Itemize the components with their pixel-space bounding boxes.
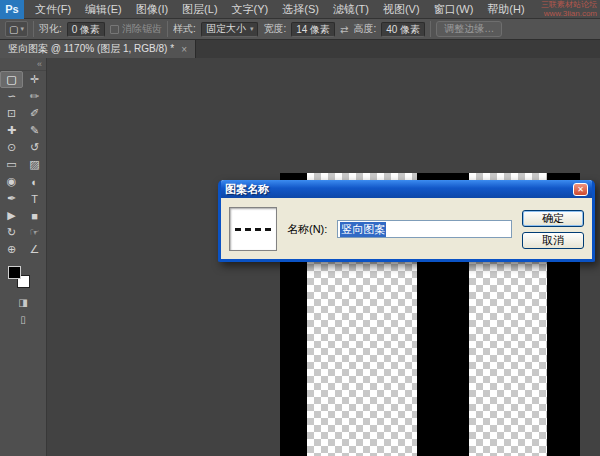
- menu-type[interactable]: 文字(Y): [225, 0, 276, 19]
- hand-tool[interactable]: ☞: [23, 224, 46, 241]
- antialias-checkbox-group[interactable]: 消除锯齿: [110, 22, 162, 36]
- dialog-buttons: 确定 取消: [522, 210, 584, 249]
- antialias-checkbox[interactable]: [110, 25, 119, 34]
- separator: [33, 21, 34, 37]
- menu-layer[interactable]: 图层(L): [175, 0, 224, 19]
- history-brush-tool[interactable]: ↺: [23, 139, 46, 156]
- ok-button[interactable]: 确定: [522, 210, 584, 227]
- watermark-line2: www.3lian.com: [541, 9, 597, 18]
- feather-label: 羽化:: [39, 22, 62, 36]
- watermark: 三联素材站论坛 www.3lian.com: [541, 0, 597, 18]
- move-tool[interactable]: ✛: [23, 71, 46, 88]
- document-tab-bar: 竖向图案 @ 1170% (图层 1, RGB/8) * ×: [0, 40, 600, 58]
- watermark-line1: 三联素材站论坛: [541, 0, 597, 9]
- chevron-down-icon: ▾: [20, 25, 24, 33]
- menu-image[interactable]: 图像(I): [129, 0, 175, 19]
- swap-dimensions-icon[interactable]: ⇄: [340, 24, 348, 35]
- marquee-icon: ▢: [9, 24, 18, 35]
- width-label: 宽度:: [263, 22, 286, 36]
- pattern-preview-dash: [235, 228, 271, 231]
- menu-filter[interactable]: 滤镜(T): [326, 0, 376, 19]
- menu-help[interactable]: 帮助(H): [480, 0, 531, 19]
- tool-preset-picker[interactable]: ▢ ▾: [5, 21, 28, 37]
- separator: [167, 21, 168, 37]
- cancel-button[interactable]: 取消: [522, 232, 584, 249]
- screen-mode-icon[interactable]: ▯: [0, 312, 46, 326]
- refine-edge-button[interactable]: 调整边缘…: [436, 21, 502, 37]
- height-input[interactable]: 40 像素: [381, 22, 425, 37]
- antialias-label: 消除锯齿: [122, 22, 162, 36]
- pattern-preview: [229, 207, 277, 251]
- quick-mask-icon[interactable]: ◨: [0, 295, 46, 309]
- menu-view[interactable]: 视图(V): [376, 0, 427, 19]
- menu-file[interactable]: 文件(F): [28, 0, 78, 19]
- rectangular-marquee-tool[interactable]: ▢: [0, 71, 23, 88]
- dialog-title: 图案名称: [225, 182, 573, 197]
- menu-window[interactable]: 窗口(W): [427, 0, 481, 19]
- tools-grid: ▢ ✛ ∽ ✏ ⊡ ✐ ✚ ✎ ⊙ ↺ ▭ ▨ ◉ ◐ ✒ T ▶ ■ ↻ ☞ …: [0, 71, 46, 258]
- tools-panel: « ▢ ✛ ∽ ✏ ⊡ ✐ ✚ ✎ ⊙ ↺ ▭ ▨ ◉ ◐ ✒ T ▶ ■ ↻ …: [0, 58, 47, 456]
- dodge-tool[interactable]: ◐: [23, 173, 46, 190]
- rotate-view-tool[interactable]: ↻: [0, 224, 23, 241]
- toolbar-collapse-button[interactable]: «: [0, 58, 46, 71]
- eyedropper-tool[interactable]: ✐: [23, 105, 46, 122]
- pattern-name-value: 竖向图案: [340, 222, 386, 237]
- close-tab-icon[interactable]: ×: [181, 44, 187, 55]
- pattern-name-input[interactable]: 竖向图案: [337, 220, 512, 238]
- menu-edit[interactable]: 编辑(E): [78, 0, 129, 19]
- tool-options-bar: ▢ ▾ 羽化: 0 像素 消除锯齿 样式: 固定大小 ▾ 宽度: 14 像素 ⇄…: [0, 19, 600, 40]
- style-value: 固定大小: [206, 22, 246, 36]
- dialog-title-bar[interactable]: 图案名称 ✕: [221, 180, 592, 198]
- crop-tool[interactable]: ⊡: [0, 105, 23, 122]
- type-tool[interactable]: T: [23, 190, 46, 207]
- quick-selection-tool[interactable]: ✏: [23, 88, 46, 105]
- height-label: 高度:: [353, 22, 376, 36]
- blur-tool[interactable]: ◉: [0, 173, 23, 190]
- width-input[interactable]: 14 像素: [291, 22, 335, 37]
- document-tab-title: 竖向图案 @ 1170% (图层 1, RGB/8) *: [8, 42, 174, 56]
- style-label: 样式:: [173, 22, 196, 36]
- lasso-tool[interactable]: ∽: [0, 88, 23, 105]
- zoom-tool[interactable]: ⊕: [0, 241, 23, 258]
- photoshop-logo: Ps: [0, 0, 24, 19]
- brush-tool[interactable]: ✎: [23, 122, 46, 139]
- menu-select[interactable]: 选择(S): [275, 0, 326, 19]
- pattern-name-dialog: 图案名称 ✕ 名称(N): 竖向图案 确定 取消: [218, 180, 595, 262]
- style-select[interactable]: 固定大小 ▾: [201, 22, 259, 37]
- document-tab[interactable]: 竖向图案 @ 1170% (图层 1, RGB/8) * ×: [0, 40, 196, 58]
- pen-tool[interactable]: ✒: [0, 190, 23, 207]
- clone-stamp-tool[interactable]: ⊙: [0, 139, 23, 156]
- name-label: 名称(N):: [287, 222, 327, 237]
- color-swatches[interactable]: [8, 266, 30, 288]
- menu-bar: Ps 文件(F) 编辑(E) 图像(I) 图层(L) 文字(Y) 选择(S) 滤…: [0, 0, 600, 19]
- path-selection-tool[interactable]: ▶: [0, 207, 23, 224]
- separator: [430, 21, 431, 37]
- close-icon[interactable]: ✕: [573, 183, 588, 196]
- chevron-down-icon: ▾: [250, 25, 254, 33]
- foreground-color-swatch[interactable]: [8, 266, 21, 279]
- eraser-tool[interactable]: ▭: [0, 156, 23, 173]
- feather-input[interactable]: 0 像素: [67, 22, 105, 37]
- ruler-tool[interactable]: ∠: [23, 241, 46, 258]
- gradient-tool[interactable]: ▨: [23, 156, 46, 173]
- healing-brush-tool[interactable]: ✚: [0, 122, 23, 139]
- dialog-body: 名称(N): 竖向图案 确定 取消: [221, 198, 592, 260]
- shape-tool[interactable]: ■: [23, 207, 46, 224]
